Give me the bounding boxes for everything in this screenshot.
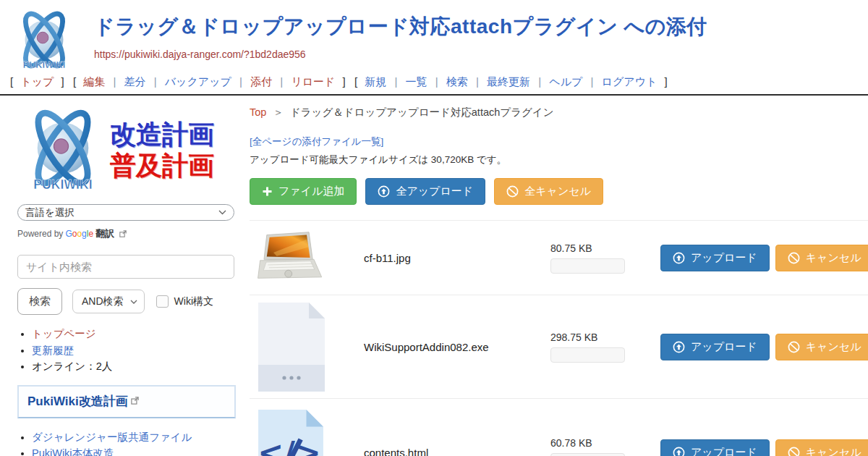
separator: |	[239, 75, 242, 88]
nav-item-top[interactable]: トップ	[20, 75, 54, 88]
separator: |	[113, 75, 116, 88]
code-file-icon: </>	[257, 408, 325, 456]
ban-circle-icon	[788, 252, 800, 264]
sidebar-top-links: トップページ 更新履歴 オンライン：2人	[32, 327, 238, 374]
upload-progress-bar	[550, 258, 625, 274]
sidebar-link-core-mod[interactable]: PukiWiki本体改造	[32, 447, 114, 456]
nav-item-recent[interactable]: 最終更新	[487, 75, 530, 88]
list-item: PukiWiki本体改造	[32, 447, 238, 456]
cancel-button[interactable]: キャンセル	[775, 334, 868, 360]
upload-all-button[interactable]: 全アップロード	[365, 178, 485, 205]
slogan-line-fukyu: 普及計画	[110, 150, 214, 181]
cancel-button-label: キャンセル	[806, 446, 861, 456]
file-row: cf-b11.jpg 80.75 KB アップロード	[250, 220, 868, 295]
file-name: WikiSupportAddin082.exe	[364, 341, 550, 353]
external-link-icon	[119, 230, 127, 237]
breadcrumb-current: ドラッグ＆ドロップアップロード対応attachプラグイン	[290, 106, 554, 118]
cancel-button[interactable]: キャンセル	[775, 245, 868, 271]
upload-button[interactable]: アップロード	[660, 245, 770, 271]
language-select[interactable]: 言語を選択	[17, 204, 234, 221]
upload-all-label: 全アップロード	[396, 185, 473, 198]
search-controls: 検索 AND検索 Wiki構文	[17, 288, 238, 315]
upload-button-label: アップロード	[691, 340, 757, 354]
language-select-value: 言語を選択	[25, 206, 75, 219]
slogan-line-kaizo: 改造計画	[110, 119, 214, 150]
list-item: ダジャレンジャー版共通ファイル	[32, 431, 238, 445]
max-upload-size-text: アップロード可能最大ファイルサイズは 30,720KB です。	[250, 153, 868, 166]
separator: |	[591, 75, 594, 88]
upload-button[interactable]: アップロード	[660, 334, 770, 360]
chevron-down-icon	[218, 210, 226, 215]
separator: |	[476, 75, 479, 88]
translate-label: 翻訳	[95, 227, 114, 240]
wiki-syntax-checkbox[interactable]	[156, 295, 169, 308]
file-row: WikiSupportAddin082.exe 298.75 KB アップロード	[250, 295, 868, 398]
bracket: [	[73, 75, 76, 88]
cancel-button[interactable]: キャンセル	[775, 439, 868, 456]
bracket: ]	[61, 75, 64, 88]
sidebar-section-title-link[interactable]: PukiWiki改造計画	[27, 394, 128, 408]
svg-text:</>: </>	[258, 434, 321, 456]
pukiwiki-atom-logo-small: PUKIWIKI	[17, 104, 109, 195]
circle-arrow-up-icon	[673, 447, 685, 456]
separator: |	[154, 75, 157, 88]
list-item: 更新履歴	[32, 344, 238, 358]
sidebar-link-history[interactable]: 更新履歴	[32, 345, 74, 356]
nav-item-backup[interactable]: バックアップ	[165, 75, 231, 88]
file-size: 80.75 KB	[550, 242, 592, 254]
nav-item-edit[interactable]: 編集	[83, 75, 105, 88]
logo-wordmark: PUKIWIKI	[33, 177, 92, 192]
nav-item-reload[interactable]: リロード	[291, 75, 335, 88]
add-files-button[interactable]: ファイル追加	[250, 178, 357, 205]
file-row-actions: アップロード キャンセル	[660, 245, 868, 271]
sidebar-link-common-files[interactable]: ダジャレンジャー版共通ファイル	[32, 431, 192, 443]
search-button[interactable]: 検索	[17, 288, 62, 315]
sidebar-section-box: PukiWiki改造計画	[17, 385, 236, 418]
site-search-input[interactable]	[17, 255, 234, 279]
file-name: contents.html	[364, 447, 550, 456]
sidebar-logo[interactable]: PUKIWIKI 改造計画 普及計画	[17, 104, 238, 195]
upload-button[interactable]: アップロード	[660, 439, 770, 456]
pukiwiki-atom-logo[interactable]: PUKIWIKI	[9, 4, 80, 72]
page-url-link[interactable]: https://pukiwiki.dajya-ranger.com/?1bd2d…	[94, 48, 306, 60]
bracket: [	[10, 75, 13, 88]
nav-item-help[interactable]: ヘルプ	[549, 75, 582, 88]
cancel-button-label: キャンセル	[806, 340, 861, 354]
laptop-photo-thumbnail	[257, 229, 323, 286]
file-row: </> contents.html 60.78 KB	[250, 398, 868, 456]
breadcrumb-home-link[interactable]: Top	[250, 106, 266, 118]
external-link-icon	[131, 397, 139, 405]
sidebar-logo-slogan: 改造計画 普及計画	[110, 119, 214, 181]
separator: |	[394, 75, 397, 88]
file-size-cell: 60.78 KB	[550, 437, 660, 456]
separator: |	[280, 75, 283, 88]
all-attachments-link[interactable]: [全ページの添付ファイル一覧]	[250, 135, 383, 148]
wiki-syntax-label: Wiki構文	[174, 295, 213, 308]
ban-circle-icon	[506, 185, 519, 198]
nav-item-search[interactable]: 検索	[446, 75, 468, 88]
nav-item-list[interactable]: 一覧	[406, 75, 427, 88]
nav-item-logout[interactable]: ログアウト	[602, 75, 658, 88]
sidebar: PUKIWIKI 改造計画 普及計画 言語を選択 Powered by Goog…	[0, 96, 250, 456]
upload-progress-bar	[550, 347, 625, 363]
search-mode-select[interactable]: AND検索	[72, 290, 145, 313]
file-size-cell: 298.75 KB	[550, 332, 660, 363]
bracket: [	[354, 75, 357, 88]
search-mode-value: AND検索	[82, 295, 124, 308]
bracket: ]	[343, 75, 346, 88]
file-name: cf-b11.jpg	[364, 252, 550, 264]
cancel-button-label: キャンセル	[806, 251, 861, 265]
ban-circle-icon	[788, 341, 800, 353]
add-files-label: ファイル追加	[278, 185, 344, 198]
ban-circle-icon	[788, 447, 800, 456]
nav-item-attach[interactable]: 添付	[250, 75, 272, 88]
file-size-cell: 80.75 KB	[550, 242, 660, 274]
sidebar-link-toppage[interactable]: トップページ	[32, 328, 96, 339]
file-size: 298.75 KB	[550, 332, 597, 343]
chevron-down-icon	[130, 300, 137, 304]
cancel-all-button[interactable]: 全キャンセル	[494, 178, 603, 205]
cancel-all-label: 全キャンセル	[524, 185, 591, 198]
nav-item-diff[interactable]: 差分	[124, 75, 146, 88]
nav-item-new[interactable]: 新規	[365, 75, 386, 88]
logo-wordmark: PUKIWIKI	[23, 59, 66, 70]
